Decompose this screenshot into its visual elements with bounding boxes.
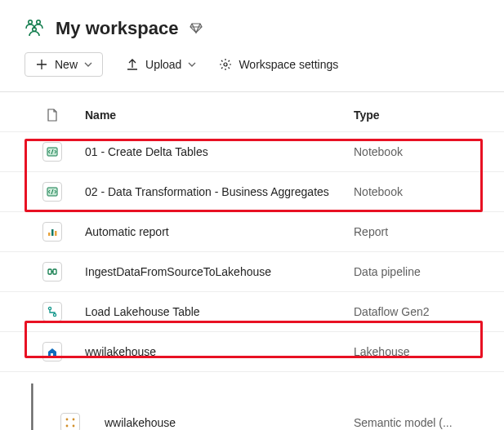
item-type: Notebook (354, 145, 484, 158)
semantic-model-icon (60, 413, 80, 430)
workspace-header: My workspace (0, 0, 504, 49)
gear-icon (219, 58, 232, 71)
svg-point-15 (66, 419, 69, 421)
item-type: Report (354, 225, 484, 238)
svg-rect-8 (55, 231, 57, 236)
item-name: wwilakehouse (93, 416, 354, 429)
notebook-icon (42, 182, 62, 202)
table-row[interactable]: wwilakehouse Lakehouse (0, 331, 504, 371)
svg-point-3 (224, 63, 227, 66)
item-name: Automatic report (85, 225, 354, 238)
item-type: Data pipeline (354, 265, 484, 278)
item-name: 01 - Create Delta Tables (85, 145, 354, 158)
chevron-down-icon (84, 58, 92, 71)
workspace-toolbar: New Upload Workspace settings (0, 49, 504, 92)
svg-point-17 (66, 425, 69, 428)
pipeline-icon (42, 262, 62, 281)
upload-icon (126, 58, 139, 71)
item-name: IngestDataFromSourceToLakehouse (85, 265, 354, 278)
notebook-icon (42, 142, 62, 162)
table-child-row[interactable]: wwilakehouse Semantic model (... (0, 371, 504, 430)
chevron-down-icon (188, 58, 196, 71)
item-name: 02 - Data Transformation - Business Aggr… (85, 185, 354, 198)
report-icon (42, 222, 62, 242)
upload-button-label: Upload (145, 58, 181, 71)
table-row[interactable]: 02 - Data Transformation - Business Aggr… (0, 171, 504, 211)
table-row[interactable]: Load Lakehouse Table Dataflow Gen2 (0, 291, 504, 331)
premium-diamond-icon (190, 21, 203, 37)
document-icon (20, 109, 85, 122)
table-row[interactable]: IngestDataFromSourceToLakehouse Data pip… (0, 251, 504, 291)
table-header: Name Type (0, 92, 504, 131)
svg-rect-7 (51, 229, 54, 236)
column-type-header[interactable]: Type (354, 109, 484, 122)
item-type: Semantic model (... (354, 416, 484, 429)
workspace-settings-button[interactable]: Workspace settings (219, 58, 338, 71)
svg-rect-9 (48, 269, 51, 274)
item-name: wwilakehouse (85, 345, 354, 358)
svg-rect-10 (53, 269, 56, 274)
item-type: Notebook (354, 185, 484, 198)
upload-button[interactable]: Upload (126, 58, 196, 71)
new-button[interactable]: New (25, 52, 103, 77)
plus-icon (35, 58, 48, 71)
settings-button-label: Workspace settings (239, 58, 338, 71)
workspace-title: My workspace (56, 18, 178, 39)
item-type: Lakehouse (354, 345, 484, 358)
svg-point-18 (73, 425, 75, 428)
item-name: Load Lakehouse Table (85, 305, 354, 318)
svg-point-12 (48, 307, 51, 309)
new-button-label: New (55, 58, 78, 71)
svg-point-2 (33, 27, 37, 31)
item-type: Dataflow Gen2 (354, 305, 484, 318)
svg-point-16 (73, 419, 75, 421)
column-name-header[interactable]: Name (85, 109, 354, 122)
svg-point-0 (29, 20, 33, 24)
group-icon (25, 19, 44, 39)
svg-point-1 (37, 20, 41, 24)
svg-point-13 (53, 313, 56, 316)
tree-line (20, 380, 60, 430)
svg-rect-14 (51, 353, 53, 356)
table-row[interactable]: 01 - Create Delta Tables Notebook (0, 131, 504, 171)
workspace-items-table: Name Type 01 - Create Delta Tables Noteb… (0, 92, 504, 430)
svg-rect-6 (48, 233, 51, 236)
table-row[interactable]: Automatic report Report (0, 211, 504, 251)
dataflow-icon (42, 302, 62, 321)
lakehouse-icon (42, 342, 62, 361)
